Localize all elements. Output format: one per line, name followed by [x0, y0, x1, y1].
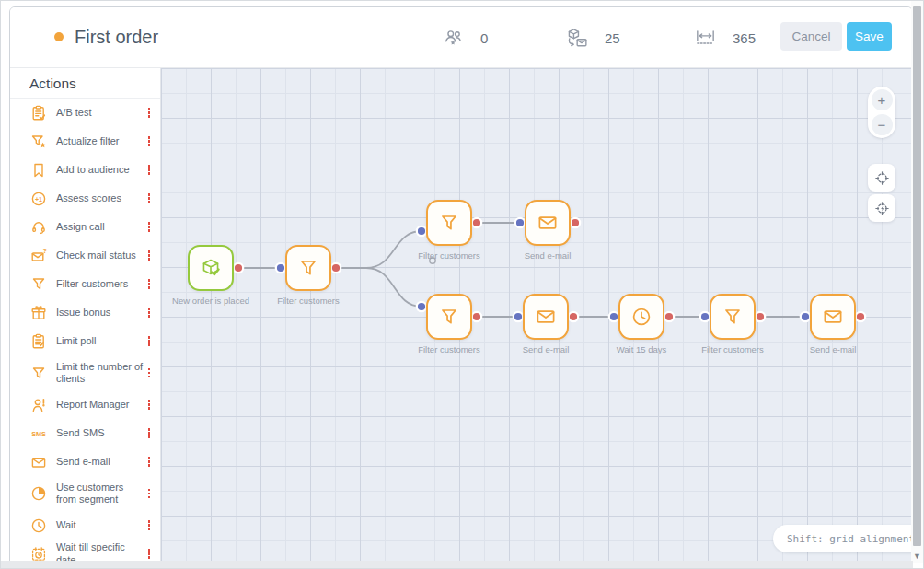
item-menu-kebab[interactable]	[145, 520, 153, 530]
node-send-email-3[interactable]	[810, 294, 856, 340]
page-title: First order	[75, 27, 158, 48]
sms-icon: SMS	[29, 424, 48, 443]
stat-customers: 0	[442, 7, 488, 68]
center-view-button[interactable]	[868, 164, 895, 192]
item-menu-kebab[interactable]	[145, 136, 153, 146]
out-port	[571, 218, 580, 227]
package-check-icon	[198, 255, 224, 281]
node-label: Filter customers	[405, 250, 493, 261]
sidebar-item-assign-call[interactable]: Assign call	[10, 213, 160, 241]
vertical-scrollbar[interactable]: ▼	[911, 1, 923, 563]
sidebar-item-issue-bonus[interactable]: Issue bonus	[10, 298, 160, 327]
in-port	[515, 218, 525, 227]
svg-text:?: ?	[42, 247, 47, 255]
funnel-icon	[29, 275, 48, 294]
person-alert-icon	[29, 396, 48, 414]
vertical-scrollbar-thumb[interactable]	[913, 6, 921, 546]
sidebar-item-limit-number-of-clients[interactable]: Limit the number of clients	[10, 355, 160, 390]
sidebar-item-wait-till-specific-date[interactable]: Wait till specific date	[10, 540, 160, 563]
node-wait-15-days[interactable]	[618, 294, 664, 340]
locate-trigger-button[interactable]	[868, 194, 895, 222]
range-icon	[693, 26, 718, 50]
sidebar-item-report-manager[interactable]: Report Manager	[10, 390, 160, 419]
node-label: Wait 15 days	[597, 344, 686, 355]
item-menu-kebab[interactable]	[145, 308, 153, 318]
stat-duration: 365	[693, 7, 756, 68]
zoom-out-button[interactable]: −	[872, 114, 893, 135]
node-send-email-1[interactable]	[525, 200, 571, 246]
grid-alignment-hint: Shift: grid alignment	[773, 525, 912, 552]
sidebar-item-use-customers-from-segment[interactable]: Use customers from segment	[10, 476, 160, 511]
header: First order 0 25	[10, 7, 912, 68]
svg-text:SMS: SMS	[31, 430, 46, 438]
sidebar-item-limit-poll[interactable]: Limit poll	[10, 327, 160, 355]
save-button[interactable]: Save	[847, 22, 892, 51]
sidebar-item-ab-test[interactable]: A/B test	[10, 99, 160, 127]
out-port	[472, 218, 481, 227]
funnel-icon	[295, 255, 321, 281]
out-port	[472, 312, 481, 321]
sidebar-item-add-to-audience[interactable]: Add to audience	[10, 156, 160, 184]
envelope-icon	[535, 210, 560, 236]
actions-sidebar: Actions A/B test Actualiz	[10, 68, 161, 563]
horizontal-scrollbar[interactable]	[1, 561, 913, 568]
item-menu-kebab[interactable]	[145, 549, 153, 559]
node-label: Send e-mail	[503, 250, 592, 261]
plus-one-icon: +1	[29, 190, 48, 208]
item-menu-kebab[interactable]	[145, 193, 153, 203]
stat-orders-value: 25	[605, 30, 620, 46]
stat-orders: 25	[562, 7, 620, 68]
svg-text:+1: +1	[35, 195, 42, 202]
cancel-button[interactable]: Cancel	[780, 22, 842, 51]
item-menu-kebab[interactable]	[145, 400, 153, 410]
node-filter-customers-1[interactable]	[285, 245, 331, 291]
clipboard-icon	[29, 332, 48, 351]
node-filter-customers-3[interactable]	[426, 294, 472, 340]
funnel-icon	[720, 304, 745, 330]
stat-customers-value: 0	[480, 30, 488, 46]
sidebar-item-filter-customers[interactable]: Filter customers	[10, 270, 160, 298]
zoom-in-button[interactable]: +	[872, 89, 893, 110]
sidebar-item-send-email[interactable]: Send e-mail	[10, 447, 160, 476]
sidebar-item-send-sms[interactable]: SMS Send SMS	[10, 419, 160, 447]
in-port	[514, 312, 523, 321]
stat-duration-value: 365	[733, 30, 756, 46]
item-menu-kebab[interactable]	[145, 368, 153, 378]
sidebar-item-wait[interactable]: Wait	[10, 511, 160, 540]
clipboard-check-icon	[29, 104, 48, 122]
item-menu-kebab[interactable]	[145, 336, 153, 346]
item-menu-kebab[interactable]	[145, 108, 153, 118]
funnel-icon	[29, 364, 48, 382]
node-label: New order is placed	[167, 296, 255, 307]
envelope-icon	[533, 304, 559, 330]
out-port	[756, 312, 765, 321]
item-menu-kebab[interactable]	[145, 222, 153, 232]
package-mail-icon	[562, 25, 590, 51]
clock-icon	[29, 517, 48, 535]
node-label: Filter customers	[264, 296, 352, 307]
item-menu-kebab[interactable]	[145, 165, 153, 175]
out-port	[856, 312, 865, 321]
item-menu-kebab[interactable]	[145, 279, 153, 289]
people-star-icon	[442, 26, 466, 50]
sidebar-item-check-mail-status[interactable]: ? Check mail status	[10, 241, 160, 270]
clock-icon	[629, 304, 654, 330]
item-menu-kebab[interactable]	[145, 457, 153, 467]
node-new-order-is-placed[interactable]	[188, 245, 234, 291]
sidebar-item-actualize-filter[interactable]: Actualize filter	[10, 127, 160, 156]
in-port	[417, 226, 426, 236]
node-label: Filter customers	[688, 344, 777, 355]
flow-canvas[interactable]: New order is placed Filter customers Fil…	[161, 68, 912, 563]
node-send-email-2[interactable]	[523, 294, 569, 340]
gift-icon	[29, 304, 48, 322]
node-filter-customers-4[interactable]	[710, 294, 756, 340]
sidebar-item-assess-scores[interactable]: +1 Assess scores	[10, 184, 160, 213]
item-menu-kebab[interactable]	[145, 250, 153, 261]
in-port	[700, 312, 710, 321]
node-filter-customers-2[interactable]	[426, 200, 472, 246]
item-menu-kebab[interactable]	[145, 428, 153, 438]
item-menu-kebab[interactable]	[145, 489, 153, 499]
envelope-icon	[820, 304, 846, 330]
envelope-icon	[29, 453, 48, 471]
out-port	[234, 263, 243, 273]
